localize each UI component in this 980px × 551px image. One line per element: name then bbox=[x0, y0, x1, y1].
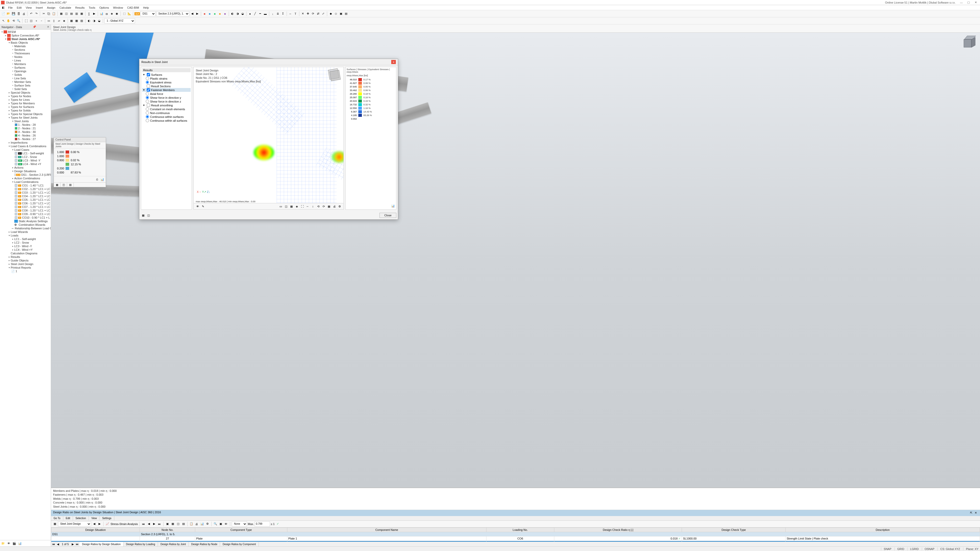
menu-results[interactable]: Results bbox=[73, 6, 87, 10]
copy-icon[interactable]: ⿻ bbox=[46, 11, 51, 16]
tree-actions[interactable]: Actions bbox=[14, 166, 24, 169]
tree-load-comb[interactable]: Load Combinations bbox=[14, 180, 38, 183]
new-icon[interactable]: 📄 bbox=[1, 11, 6, 16]
tree-loads[interactable]: Loads bbox=[11, 234, 18, 237]
bp-dock-icon[interactable]: ⇱ bbox=[969, 511, 974, 515]
tree-sj-node[interactable]: 2 - Nodes : 21 bbox=[18, 127, 36, 130]
tree-sj-design[interactable]: Steel Joint Design bbox=[11, 262, 33, 265]
bp-tab2[interactable]: Design Ratios by Component bbox=[220, 542, 259, 546]
cut-icon[interactable]: ✂ bbox=[41, 11, 46, 16]
nav-tab4-icon[interactable]: 📊 bbox=[18, 541, 22, 546]
calc-icon[interactable]: ∑ bbox=[87, 11, 91, 16]
plastic-strains-radio[interactable] bbox=[146, 77, 149, 80]
view-front-icon[interactable]: ▭ bbox=[46, 19, 51, 23]
tree-printout[interactable]: Printout Reports bbox=[11, 266, 31, 269]
misc2-icon[interactable]: ◇ bbox=[334, 11, 338, 16]
sel-arrow-icon[interactable]: ↖ bbox=[1, 19, 6, 23]
render1-icon[interactable]: ◐ bbox=[87, 19, 91, 23]
section-combo[interactable]: Section 2.3 (LRFD), 1. to 5. bbox=[156, 11, 189, 16]
status-grid[interactable]: GRID bbox=[894, 548, 904, 551]
zoom-fit-icon[interactable]: ⛶ bbox=[24, 19, 28, 23]
orbit-icon[interactable]: ⟲ bbox=[11, 19, 16, 23]
tree-pr-item[interactable]: 1 bbox=[16, 270, 17, 273]
bp-tab-edit[interactable]: Edit bbox=[63, 516, 73, 520]
navigator-pin-icon[interactable]: 📌 bbox=[33, 25, 36, 29]
table-header[interactable]: Node No. bbox=[140, 527, 195, 532]
view4-icon[interactable]: ▦ bbox=[80, 11, 84, 16]
print-icon[interactable]: 🖨 bbox=[21, 11, 26, 16]
rotate-icon[interactable]: ⟳ bbox=[311, 11, 315, 16]
ctrl-tab1[interactable]: ▦ bbox=[54, 183, 60, 187]
navigator-close-icon[interactable]: ✕ bbox=[47, 25, 49, 29]
ctrl-tab3[interactable]: ▤ bbox=[67, 183, 74, 187]
tree-surfaces[interactable]: Surfaces bbox=[14, 66, 25, 69]
nav-tab2-icon[interactable]: 👁 bbox=[6, 541, 11, 546]
bp-i5-icon[interactable]: 📋 bbox=[189, 522, 194, 526]
bp-first-icon[interactable]: ⏮ bbox=[141, 522, 146, 526]
tree-action-comb[interactable]: Action Combinations bbox=[14, 177, 40, 180]
bp-pg-last-icon[interactable]: ⏭ bbox=[75, 542, 80, 546]
open-icon[interactable]: 📂 bbox=[6, 11, 11, 16]
maximize-button[interactable]: ▢ bbox=[965, 0, 972, 5]
front-view-icon[interactable]: ◘ bbox=[104, 11, 109, 16]
surface-icon[interactable]: ▬ bbox=[263, 11, 268, 16]
tree-solid-sets[interactable]: Solid Sets bbox=[14, 87, 27, 91]
colors5-icon[interactable]: ■ bbox=[223, 11, 228, 16]
tree-load-cases[interactable]: Load Cases bbox=[14, 148, 29, 151]
tree-openings[interactable]: Openings bbox=[14, 70, 26, 73]
menu-window[interactable]: Window bbox=[111, 6, 125, 10]
dlg-v10-icon[interactable]: ▦ bbox=[327, 204, 331, 209]
colors4-icon[interactable]: ■ bbox=[218, 11, 222, 16]
misc1-icon[interactable]: ◆ bbox=[328, 11, 333, 16]
tree-design-situations[interactable]: Design Situations bbox=[14, 170, 36, 173]
misc4-icon[interactable]: ▤ bbox=[344, 11, 348, 16]
tree-types-for-members[interactable]: Types for Members bbox=[11, 102, 35, 105]
filter3-icon[interactable]: ◒ bbox=[240, 11, 245, 16]
table-header[interactable]: Design Situation bbox=[51, 527, 140, 532]
tree-imperfections[interactable]: Imperfections bbox=[11, 141, 27, 144]
tree-co[interactable]: CO4 - 1.20 * LC1 + LC bbox=[22, 195, 50, 198]
tree-calc-diag[interactable]: Calculation Diagrams bbox=[11, 252, 38, 255]
member-icon[interactable]: ━ bbox=[258, 11, 262, 16]
tree-ds1[interactable]: DS1 - Section 2.3 (LRFD), 1. bbox=[21, 173, 51, 176]
grid-toggle-icon[interactable]: ▦ bbox=[59, 11, 64, 16]
view1-icon[interactable]: ◫ bbox=[64, 11, 68, 16]
shear-z-radio[interactable] bbox=[146, 100, 149, 103]
bp-i4-icon[interactable]: ▤ bbox=[181, 522, 186, 526]
tree-load[interactable]: LC2 - Snow bbox=[14, 241, 29, 244]
tree-lines[interactable]: Lines bbox=[14, 59, 21, 62]
table-header[interactable]: Design Check Ratio η [-] bbox=[554, 527, 682, 532]
bp-pg-first-icon[interactable]: ⏮ bbox=[51, 542, 56, 546]
bp-nav-prev-icon[interactable]: ◀ bbox=[92, 522, 97, 526]
zoom-out-icon[interactable]: － bbox=[39, 19, 44, 23]
surfaces-checkbox[interactable] bbox=[147, 73, 150, 76]
bp-tab-go-to[interactable]: Go To bbox=[51, 516, 63, 520]
ctrl-tab2[interactable]: ◫ bbox=[60, 183, 67, 187]
cont-all-radio[interactable] bbox=[146, 119, 149, 122]
ctrl-btn1-icon[interactable]: ⎙ bbox=[95, 177, 99, 182]
display2-icon[interactable]: ▩ bbox=[74, 19, 79, 23]
tree-sj-node[interactable]: 3 - Nodes : 30 bbox=[18, 130, 36, 133]
colors3-icon[interactable]: ■ bbox=[213, 11, 217, 16]
tree-static-analysis[interactable]: Static Analysis Settings bbox=[19, 220, 48, 223]
tree-surface-sets[interactable]: Surface Sets bbox=[14, 84, 30, 87]
view3-icon[interactable]: ▥ bbox=[74, 11, 79, 16]
dlg-eye-icon[interactable]: 👁 bbox=[195, 204, 200, 209]
measure-icon[interactable]: 📐 bbox=[127, 11, 132, 16]
tree-steel-joints[interactable]: Steel Joints bbox=[14, 120, 29, 123]
table-row[interactable]: 27PlatePlate 1CO60.018 ✓SL1000.00Strengt… bbox=[51, 536, 980, 541]
non-cont-radio[interactable] bbox=[146, 111, 149, 114]
view-cube[interactable] bbox=[962, 36, 977, 50]
bp-eye-icon[interactable]: 👁 bbox=[224, 522, 228, 526]
display3-icon[interactable]: ▨ bbox=[80, 19, 84, 23]
results-icon[interactable]: 📊 bbox=[99, 11, 104, 16]
display1-icon[interactable]: ▦ bbox=[69, 19, 74, 23]
colors1-icon[interactable]: ■ bbox=[202, 11, 207, 16]
tree-materials[interactable]: Materials bbox=[14, 44, 26, 48]
section-icon[interactable]: ⬚ bbox=[122, 11, 127, 16]
view-iso-icon[interactable]: ◈ bbox=[62, 19, 66, 23]
nav-tab1-icon[interactable]: 📁 bbox=[1, 541, 5, 546]
tree-types-for-steel-joints[interactable]: Types for Steel Joints bbox=[11, 116, 38, 119]
minimize-button[interactable]: — bbox=[958, 0, 965, 5]
filter1-icon[interactable]: ◐ bbox=[230, 11, 235, 16]
